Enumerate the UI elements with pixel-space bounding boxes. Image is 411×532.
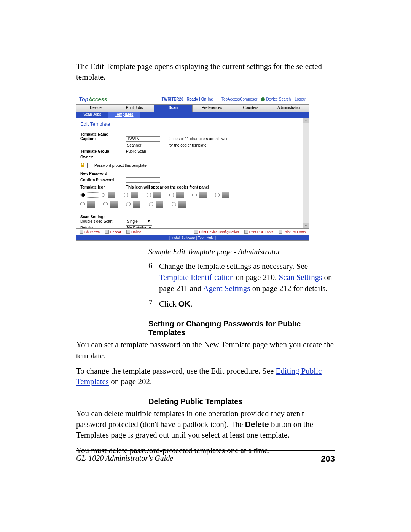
svg-rect-0	[81, 165, 84, 167]
password-protect-checkbox[interactable]	[87, 163, 92, 168]
icon-radio-10[interactable]	[149, 202, 153, 206]
template-identification-link[interactable]: Template Identification	[159, 273, 234, 282]
online-link[interactable]: Online	[126, 230, 141, 234]
divider	[80, 211, 305, 211]
caption-line1-input[interactable]: TWAIN	[126, 136, 160, 142]
intro-paragraph: The Edit Template page opens displaying …	[76, 61, 335, 83]
subtab-templates[interactable]: Templates	[108, 112, 140, 118]
shutdown-link[interactable]: Shutdown	[80, 230, 100, 234]
icon-radio-1[interactable]	[80, 192, 105, 198]
tab-scan[interactable]: Scan	[154, 105, 193, 112]
template-icon-3	[153, 192, 161, 198]
template-icon-1	[108, 192, 115, 198]
ps-icon	[279, 230, 282, 234]
icon-radio-11[interactable]	[172, 202, 176, 206]
search-icon	[261, 97, 265, 101]
print-pcl-link[interactable]: Print PCL Fonts	[244, 230, 273, 234]
document-page: The Edit Template page opens displaying …	[76, 61, 335, 460]
step-6-text: Change the template settings as necessar…	[159, 261, 335, 294]
template-icon-6	[222, 192, 229, 198]
step-7-text: Click OK.	[159, 298, 335, 310]
composer-link[interactable]: TopAccessComposer	[221, 97, 257, 101]
set-password-paragraph: You can set a template password on the N…	[76, 339, 335, 361]
lock-icon	[80, 163, 85, 168]
icon-radio-8[interactable]	[103, 202, 108, 206]
shutdown-icon	[80, 230, 83, 234]
rotation-select[interactable]: No Rotation	[126, 225, 152, 228]
footer-page-number: 203	[321, 454, 335, 464]
pdc-label: Print Device Configuration	[199, 230, 239, 234]
reboot-link[interactable]: Reboot	[105, 230, 121, 234]
tab-print-jobs[interactable]: Print Jobs	[115, 105, 154, 112]
online-label: Online	[131, 230, 141, 234]
print-device-config-link[interactable]: Print Device Configuration	[194, 230, 239, 234]
confirm-password-input[interactable]	[126, 177, 160, 183]
scroll-up-button[interactable]: ▲	[303, 118, 309, 123]
caption-line2-input[interactable]: Scanner	[126, 143, 160, 148]
ps-label: Print PS Fonts	[284, 230, 306, 234]
pcl-icon	[244, 230, 248, 234]
new-password-input[interactable]	[126, 171, 160, 176]
tab-counters[interactable]: Counters	[231, 105, 270, 112]
scroll-down-button[interactable]: ▼	[303, 223, 309, 228]
subtab-scan-jobs[interactable]: Scan Jobs	[76, 112, 108, 118]
content-scrollbar[interactable]: ▲ ▼	[303, 118, 309, 228]
owner-input[interactable]	[126, 155, 160, 160]
scan-settings-link[interactable]: Scan Settings	[279, 273, 322, 282]
icon-radio-9[interactable]	[126, 202, 131, 206]
brand-part1: Top	[79, 96, 88, 102]
step-6: 6 Change the template settings as necess…	[148, 261, 335, 294]
double-sided-select[interactable]: Single	[126, 219, 151, 224]
icon-radio-2[interactable]	[124, 193, 128, 197]
icon-radio-5[interactable]	[192, 193, 197, 197]
tab-device[interactable]: Device	[76, 105, 115, 112]
shutdown-label: Shutdown	[84, 230, 100, 234]
template-icon-hint: This icon will appear on the copier fron…	[126, 185, 209, 189]
template-name-header: Template Name	[80, 132, 305, 136]
step-6-number: 6	[148, 261, 159, 294]
step-7: 7 Click OK.	[148, 298, 335, 310]
install-software-link[interactable]: Install Software	[171, 236, 195, 240]
main-tabs: Device Print Jobs Scan Preferences Count…	[76, 105, 309, 112]
icon-radio-6[interactable]	[215, 193, 220, 197]
setting-passwords-heading: Setting or Changing Passwords for Public…	[148, 320, 335, 337]
brand-part2: Access	[88, 96, 107, 102]
double-sided-label: Double sided Scan:	[80, 219, 126, 224]
group-value: Public Scan	[126, 149, 146, 153]
edit-template-screenshot: TopAccess TWRITER20 : Ready | Online Top…	[76, 94, 309, 241]
footer-title: GL-1020 Administrator's Guide	[76, 454, 173, 464]
device-status: TWRITER20 : Ready | Online	[162, 97, 213, 101]
top-link[interactable]: Top	[198, 236, 204, 240]
reboot-label: Reboot	[110, 230, 121, 234]
sub-tabs: Scan Jobs Templates	[76, 112, 309, 118]
template-icon-row-1	[80, 192, 305, 198]
template-icon-11	[178, 201, 186, 208]
icon-radio-3[interactable]	[147, 193, 151, 197]
template-icon-9	[133, 201, 140, 208]
app-header: TopAccess TWRITER20 : Ready | Online Top…	[76, 94, 309, 105]
owner-label: Owner:	[80, 155, 126, 159]
logout-link[interactable]: Logout	[295, 97, 306, 101]
tab-preferences[interactable]: Preferences	[193, 105, 231, 112]
screenshot-caption: Sample Edit Template page - Administrato…	[148, 248, 335, 256]
page-title: Edit Template	[80, 121, 305, 127]
device-search-label: Device Search	[266, 97, 291, 101]
caption-label: Caption:	[80, 137, 126, 141]
icon-radio-4[interactable]	[169, 193, 174, 197]
content-area: Edit Template Template Name Caption: TWA…	[76, 118, 309, 228]
caption-hint2: for the copier template.	[169, 143, 207, 147]
icon-radio-7[interactable]	[80, 202, 85, 206]
help-link[interactable]: Help	[207, 236, 214, 240]
device-search-link[interactable]: Device Search	[261, 97, 291, 101]
brand-logo: TopAccess	[79, 96, 107, 102]
delete-button-text: Delete	[245, 420, 269, 428]
template-icon-5	[199, 192, 207, 198]
template-icon-8	[110, 201, 118, 208]
status-footer: Shutdown Reboot Online Print Device Conf…	[76, 228, 309, 235]
print-ps-link[interactable]: Print PS Fonts	[279, 230, 306, 234]
agent-settings-link[interactable]: Agent Settings	[203, 284, 250, 293]
group-label: Template Group:	[80, 149, 126, 153]
tab-administration[interactable]: Administration	[270, 105, 309, 112]
reboot-icon	[105, 230, 109, 234]
template-icon-4	[176, 192, 184, 198]
